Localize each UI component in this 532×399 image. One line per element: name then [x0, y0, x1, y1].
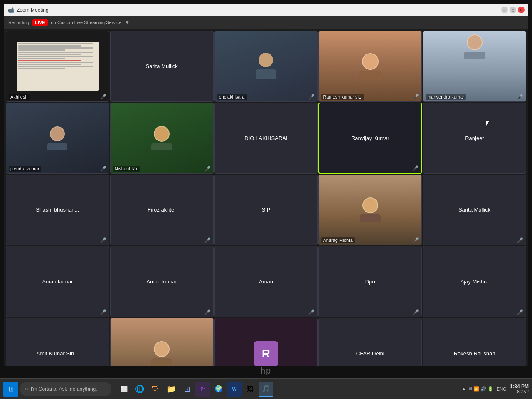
- participant-name: manvendra kumar: [426, 94, 466, 100]
- participant-cell[interactable]: Nishant Raj 🎤: [110, 103, 214, 174]
- taskbar-app-store[interactable]: ⊞: [180, 382, 195, 397]
- participant-cell[interactable]: Rakesh Raushan: [423, 318, 526, 366]
- participant-name: Ranvijay Kumar: [351, 135, 389, 141]
- taskbar-app-edge[interactable]: 🌐: [132, 382, 147, 397]
- participant-cell[interactable]: Aman kumar 🎤: [110, 246, 214, 317]
- participant-name: Nishant Raj: [113, 166, 140, 172]
- participant-cell[interactable]: Shashi bhushan... 🎤: [6, 175, 109, 246]
- participant-cell[interactable]: jitendra kumar 🎤: [6, 103, 109, 174]
- participant-name: Shashi bhushan...: [36, 207, 79, 213]
- taskbar-app-premiere[interactable]: Pr: [195, 382, 210, 397]
- participant-name: jitendra kumar: [9, 166, 41, 172]
- minimize-button[interactable]: ─: [501, 7, 508, 13]
- participant-cell[interactable]: Sarita Mullick: [110, 31, 214, 102]
- participant-cell[interactable]: Sarita Mullick 🎤: [423, 175, 526, 246]
- participant-cell[interactable]: Ranjeet: [423, 103, 526, 174]
- participant-cell[interactable]: Dpo 🎤: [318, 246, 422, 317]
- taskbar-app-word[interactable]: W: [227, 382, 242, 397]
- taskbar-app-photos[interactable]: 🖼: [243, 382, 258, 397]
- window-icon: 📹: [7, 7, 14, 13]
- taskbar-app-chrome[interactable]: 🌍: [211, 382, 226, 397]
- participant-name: Dpo: [365, 278, 375, 285]
- screen-share-preview: [17, 42, 99, 91]
- muted-icon: 🎤: [100, 166, 106, 172]
- participant-cell[interactable]: manvendra kumar 🎤: [423, 31, 526, 102]
- participant-cell-active[interactable]: Ranvijay Kumar 🎤: [318, 103, 422, 174]
- participant-video: [111, 318, 213, 366]
- cortana-search-box[interactable]: ○ I'm Cortana. Ask me anything.: [20, 382, 111, 396]
- muted-icon: 🎤: [517, 237, 523, 243]
- participant-cell[interactable]: phclakhisarai 🎤: [214, 31, 318, 102]
- close-button[interactable]: ✕: [518, 7, 525, 13]
- participant-name: CFAR Delhi: [356, 350, 384, 357]
- participant-video: [6, 103, 109, 173]
- participant-cell[interactable]: Amit Kumar Sin... 🎤: [6, 318, 109, 366]
- participant-video: [423, 31, 526, 101]
- participant-cell[interactable]: CFAR Delhi 🎤: [318, 318, 422, 366]
- taskbar-apps: ⬜ 🌐 🛡 📁 ⊞ Pr 🌍 W 🖼 🎵: [116, 382, 273, 397]
- date: 8/27/2: [510, 389, 529, 394]
- participant-name: S.P: [262, 207, 271, 213]
- participant-name: phclakhisarai: [217, 94, 247, 100]
- muted-icon: 🎤: [412, 165, 419, 171]
- window-title: Zoom Meeting: [17, 7, 49, 13]
- streaming-dropdown[interactable]: ▼: [125, 20, 130, 25]
- participant-name: Akhilesh: [9, 94, 30, 100]
- participant-name: Aman kumar: [146, 278, 177, 285]
- recording-label: Recording: [8, 20, 29, 25]
- participant-cell[interactable]: Akhilesh 🎤: [6, 31, 109, 102]
- participant-name: Ramesh kumar si...: [321, 94, 364, 100]
- taskbar-app-task-view[interactable]: ⬜: [116, 382, 131, 397]
- participant-grid: Akhilesh 🎤 Sarita Mullick phclakhisarai …: [4, 29, 528, 366]
- taskbar: ⊞ ○ I'm Cortana. Ask me anything. ⬜ 🌐 🛡 …: [0, 378, 532, 399]
- taskbar-app-active[interactable]: 🎵: [259, 382, 273, 397]
- muted-icon: 🎤: [204, 166, 211, 172]
- participant-name: DIO LAKHISARAI: [244, 135, 287, 141]
- participant-name: Rakesh Raushan: [454, 350, 495, 357]
- participant-cell[interactable]: R Rajesh kumar th... 🎤: [214, 318, 318, 366]
- muted-icon: 🎤: [517, 309, 523, 315]
- participant-cell[interactable]: Aman kumar 🎤: [6, 246, 109, 317]
- monitor-outer: 📹 Zoom Meeting ─ □ ✕ Recording LIVE on C…: [0, 0, 532, 399]
- participant-name: Sarita Mullick: [146, 63, 178, 69]
- participant-avatar: R: [254, 341, 278, 366]
- participant-cell[interactable]: S.P: [214, 175, 318, 246]
- taskbar-app-files[interactable]: 📁: [164, 382, 179, 397]
- participant-cell[interactable]: Firoz akhter 🎤: [110, 175, 214, 246]
- participant-cell[interactable]: DIO LAKHISARAI: [214, 103, 318, 174]
- participant-name: Sarita Mullick: [458, 207, 490, 213]
- start-button[interactable]: ⊞: [3, 382, 18, 397]
- participant-cell[interactable]: Dharmendra Ras... 🎤: [110, 318, 214, 366]
- muted-icon: 🎤: [308, 94, 315, 100]
- muted-icon: 🎤: [100, 94, 106, 100]
- participant-name: Anurag Mishra: [321, 237, 355, 243]
- participant-cell[interactable]: Ramesh kumar si... 🎤: [318, 31, 422, 102]
- taskbar-right: ▲ 🖥 📶 🔊 🔋 ENG 1:34 PM 8/27/2: [462, 384, 529, 394]
- live-badge: LIVE: [32, 19, 47, 26]
- title-bar-controls: ─ □ ✕: [501, 7, 525, 13]
- participant-video: [319, 31, 421, 101]
- time: 1:34 PM: [510, 384, 529, 389]
- participant-name: Ranjeet: [465, 135, 484, 141]
- muted-icon: 🎤: [517, 94, 523, 100]
- muted-icon: 🎤: [308, 309, 315, 315]
- system-tray-icons: ▲ 🖥 📶 🔊 🔋: [462, 386, 493, 392]
- participant-name: Firoz akhter: [148, 207, 176, 213]
- streaming-info: on Custom Live Streaming Service: [51, 20, 121, 25]
- muted-icon: 🎤: [204, 237, 211, 243]
- muted-icon: 🎤: [204, 309, 211, 315]
- maximize-button[interactable]: □: [510, 7, 516, 13]
- muted-icon: 🎤: [413, 309, 419, 315]
- participant-name: Aman kumar: [42, 278, 73, 285]
- participant-cell[interactable]: Ajay Mishra 🎤: [423, 246, 526, 317]
- search-icon: ○: [25, 386, 28, 392]
- taskbar-app-security[interactable]: 🛡: [148, 382, 163, 397]
- hp-logo: hp: [261, 366, 271, 376]
- participant-name: Aman: [259, 278, 273, 285]
- participant-cell[interactable]: Aman 🎤: [214, 246, 318, 317]
- participant-name: Amit Kumar Sin...: [37, 350, 79, 357]
- monitor-screen: 📹 Zoom Meeting ─ □ ✕ Recording LIVE on C…: [4, 4, 528, 366]
- zoom-toolbar: Recording LIVE on Custom Live Streaming …: [4, 16, 528, 29]
- participant-video: [319, 175, 421, 245]
- participant-cell[interactable]: Anurag Mishra 🎤: [318, 175, 422, 246]
